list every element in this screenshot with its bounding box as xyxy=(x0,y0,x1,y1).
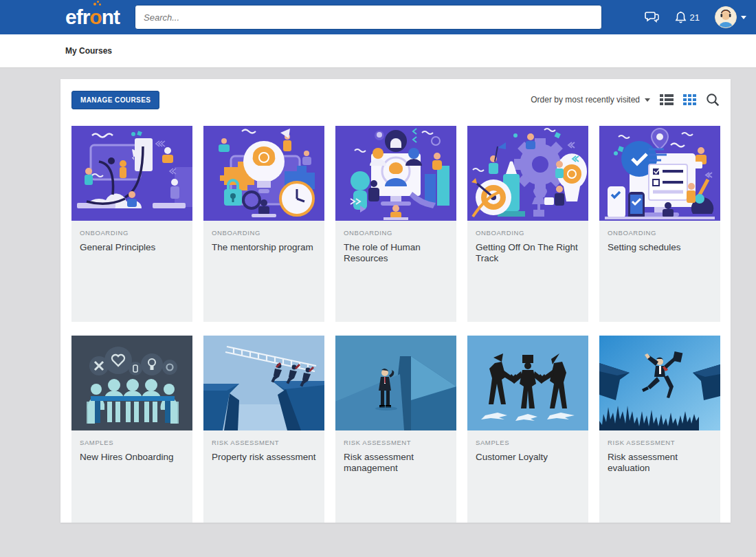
course-title: The role of Human Resources xyxy=(344,242,448,263)
course-card[interactable]: SAMPLES New Hires Onboarding xyxy=(71,336,192,523)
grid-view-icon[interactable] xyxy=(683,94,696,106)
global-search xyxy=(135,5,602,30)
course-illustration-checklist-monitor xyxy=(599,126,720,221)
course-card[interactable]: ONBOARDING General Principles xyxy=(71,126,192,322)
course-category: SAMPLES xyxy=(80,439,184,446)
chevron-down-icon xyxy=(645,98,650,102)
list-view-icon[interactable] xyxy=(660,94,674,106)
course-category: ONBOARDING xyxy=(212,229,316,237)
course-category: RISK ASSESSMENT xyxy=(344,439,448,446)
course-card[interactable]: ONBOARDING The mentorship program xyxy=(203,126,324,322)
course-category: SAMPLES xyxy=(476,439,580,446)
user-menu[interactable] xyxy=(715,6,746,28)
manage-courses-button[interactable]: MANAGE COURSES xyxy=(71,91,159,109)
notification-count: 21 xyxy=(690,12,700,23)
course-illustration-leaping-man xyxy=(599,336,720,430)
course-category: RISK ASSESSMENT xyxy=(608,439,712,446)
course-category: ONBOARDING xyxy=(344,229,448,237)
course-category: RISK ASSESSMENT xyxy=(212,439,316,446)
course-title: Setting schedules xyxy=(608,242,712,253)
course-card[interactable]: RISK ASSESSMENT Risk assessment manageme… xyxy=(335,336,456,523)
course-title: New Hires Onboarding xyxy=(80,452,184,463)
order-by-label: Order by most recently visited xyxy=(531,95,640,105)
course-illustration-meeting-table xyxy=(71,336,192,430)
chevron-down-icon xyxy=(741,16,746,19)
chat-icon[interactable] xyxy=(645,10,660,24)
course-illustration-gears-target xyxy=(467,126,588,221)
efront-logo[interactable]: efront xyxy=(65,6,120,29)
courses-toolbar: MANAGE COURSES Order by most recently vi… xyxy=(71,90,720,109)
course-title: The mentorship program xyxy=(212,242,316,253)
course-grid: ONBOARDING General Principles xyxy=(71,126,720,523)
breadcrumb-bar: My Courses xyxy=(0,34,756,68)
page-title: My Courses xyxy=(65,46,112,56)
course-category: ONBOARDING xyxy=(80,229,184,237)
courses-panel: MANAGE COURSES Order by most recently vi… xyxy=(60,79,731,523)
order-by-dropdown[interactable]: Order by most recently visited xyxy=(531,95,650,105)
course-illustration-hr-profile xyxy=(335,126,456,221)
course-category: ONBOARDING xyxy=(476,229,580,237)
course-title: Getting Off On The Right Track xyxy=(476,242,580,263)
search-icon[interactable] xyxy=(706,93,720,107)
course-illustration-man-at-chasm xyxy=(335,336,456,430)
logo-text: efr xyxy=(65,6,89,29)
course-card[interactable]: ONBOARDING Setting schedules xyxy=(599,126,720,322)
course-illustration-ladder-gap xyxy=(203,336,324,430)
search-input[interactable] xyxy=(144,12,593,23)
course-title: Customer Loyalty xyxy=(476,452,580,463)
course-card[interactable]: ONBOARDING The role of Human Resources xyxy=(335,126,456,322)
course-title: Property risk assessment xyxy=(212,452,316,463)
logo-o-spark: o xyxy=(89,6,101,29)
course-card[interactable]: SAMPLES Customer Loyalty xyxy=(467,336,588,523)
course-title: Risk assessment management xyxy=(344,452,448,473)
course-category: ONBOARDING xyxy=(608,229,712,237)
course-card[interactable]: ONBOARDING Getting Off On The Right Trac… xyxy=(467,126,588,322)
course-illustration-idea-bulb xyxy=(203,126,324,221)
top-header: efront 21 xyxy=(0,0,756,34)
course-card[interactable]: RISK ASSESSMENT Property risk assessment xyxy=(203,336,324,523)
user-avatar xyxy=(715,6,737,28)
course-illustration-cloud-network xyxy=(71,126,192,221)
course-card[interactable]: RISK ASSESSMENT Risk assessment evaluati… xyxy=(599,336,720,523)
bell-icon xyxy=(675,11,687,24)
course-title: General Principles xyxy=(80,242,184,253)
course-title: Risk assessment evaluation xyxy=(608,452,712,473)
notifications[interactable]: 21 xyxy=(675,11,700,24)
logo-text-end: nt xyxy=(102,6,120,29)
course-illustration-handshake-silhouettes xyxy=(467,336,588,430)
